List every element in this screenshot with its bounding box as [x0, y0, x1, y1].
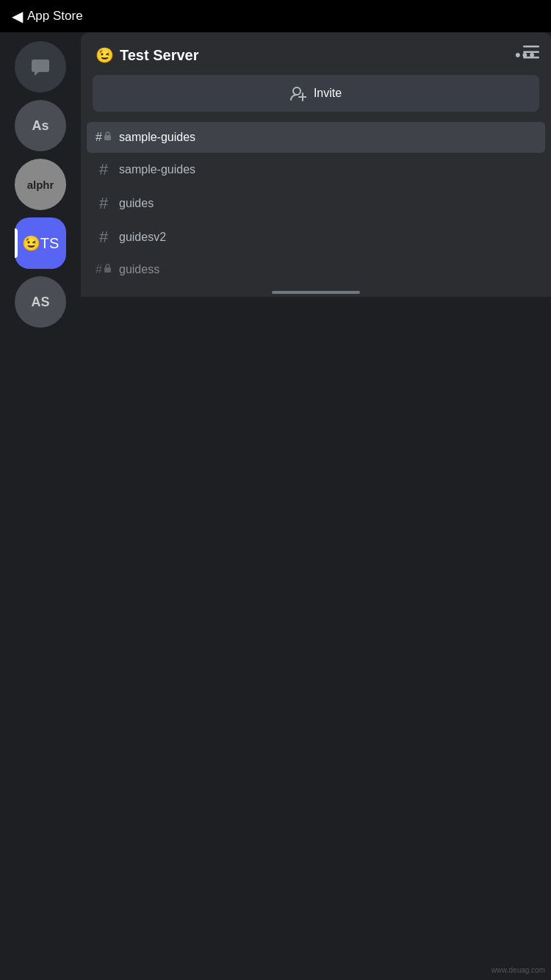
invite-add-icon: [290, 85, 306, 101]
svg-rect-4: [523, 57, 539, 59]
channel-name: guidess: [119, 263, 159, 276]
svg-text:#: #: [96, 131, 102, 143]
back-button[interactable]: ◀ App Store: [12, 7, 83, 25]
channel-list: # sample-guides # sample-guides: [81, 122, 551, 285]
invite-label: Invite: [314, 87, 342, 100]
server-title-text: Test Server: [120, 47, 198, 64]
server-panel-wrap: 😉 Test Server •••: [81, 32, 551, 422]
hash-icon: #: [96, 228, 112, 247]
channel-name: sample-guides: [119, 131, 195, 144]
sidebar-label-ts: 😉TS: [22, 234, 60, 252]
watermark: www.deuag.com: [491, 966, 545, 974]
scroll-bar: [272, 291, 360, 294]
sidebar: As alphr 😉TS AS: [0, 32, 81, 422]
lock-hash-icon-2: #: [96, 262, 112, 278]
sidebar-item-chat[interactable]: [15, 41, 66, 93]
sidebar-item-ts-wrapper: 😉TS: [15, 217, 66, 269]
hash-icon: #: [96, 160, 112, 179]
active-indicator: [15, 228, 18, 258]
sidebar-item-as1[interactable]: As: [15, 100, 66, 151]
channel-item[interactable]: # guides: [87, 187, 545, 220]
sidebar-label-as1: As: [32, 118, 48, 134]
channel-item[interactable]: # sample-guides: [87, 153, 545, 187]
scroll-indicator: [81, 285, 551, 297]
sidebar-item-ts[interactable]: 😉TS: [15, 217, 66, 269]
channel-item[interactable]: # guidesv2: [87, 220, 545, 254]
back-label: App Store: [27, 9, 83, 24]
server-header: 😉 Test Server •••: [81, 32, 551, 75]
sidebar-label-alphr: alphr: [27, 179, 54, 191]
sidebar-item-alphr[interactable]: alphr: [15, 159, 66, 210]
channel-item[interactable]: # guidess: [87, 254, 545, 285]
lock-hash-icon: #: [96, 129, 112, 145]
channel-name: sample-guides: [119, 163, 195, 176]
svg-text:#: #: [96, 263, 102, 275]
server-emoji: 😉: [96, 46, 114, 64]
back-chevron-icon: ◀: [12, 7, 23, 25]
channel-item[interactable]: # sample-guides: [87, 122, 545, 153]
svg-rect-3: [523, 51, 539, 54]
sidebar-label-as2: AS: [31, 295, 49, 310]
channel-name: guidesv2: [119, 231, 166, 244]
hamburger-button[interactable]: [523, 46, 539, 59]
svg-rect-0: [32, 60, 49, 72]
server-title: 😉 Test Server: [96, 46, 198, 64]
server-panel: 😉 Test Server •••: [81, 32, 551, 297]
svg-rect-11: [104, 267, 111, 273]
svg-marker-1: [35, 72, 39, 76]
svg-rect-9: [104, 135, 111, 140]
top-portion: As alphr 😉TS AS: [0, 32, 551, 422]
svg-rect-2: [523, 46, 539, 48]
hash-icon: #: [96, 194, 112, 213]
top-bar: ◀ App Store: [0, 0, 551, 32]
invite-button[interactable]: Invite: [93, 75, 539, 112]
chat-icon: [29, 55, 52, 79]
svg-point-5: [293, 87, 300, 95]
sidebar-item-as2[interactable]: AS: [15, 276, 66, 328]
main-layout: As alphr 😉TS AS: [0, 32, 551, 980]
channel-name: guides: [119, 197, 154, 210]
